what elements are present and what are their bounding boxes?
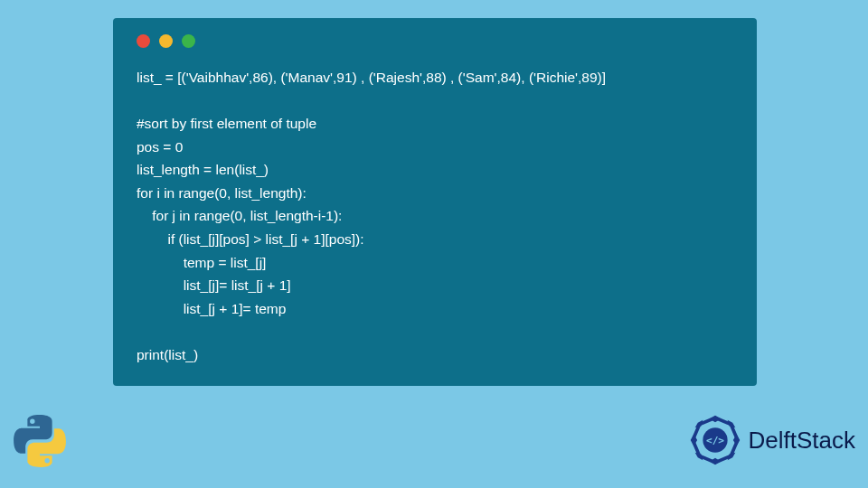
svg-marker-8 xyxy=(694,420,703,428)
svg-text:</>: </> xyxy=(705,435,723,446)
python-logo-icon xyxy=(13,414,67,468)
svg-marker-6 xyxy=(727,453,735,461)
svg-marker-5 xyxy=(727,420,735,428)
close-dot-icon xyxy=(137,34,150,48)
minimize-dot-icon xyxy=(159,34,173,48)
code-window: list_ = [('Vaibhhav',86), ('Manav',91) ,… xyxy=(113,18,757,386)
code-content: list_ = [('Vaibhhav',86), ('Manav',91) ,… xyxy=(137,66,733,366)
brand: </> DelftStack xyxy=(687,412,856,468)
maximize-dot-icon xyxy=(182,34,195,48)
svg-marker-7 xyxy=(694,453,703,461)
brand-name: DelftStack xyxy=(749,427,856,455)
window-controls xyxy=(137,34,733,48)
delftstack-logo-icon: </> xyxy=(687,412,743,468)
